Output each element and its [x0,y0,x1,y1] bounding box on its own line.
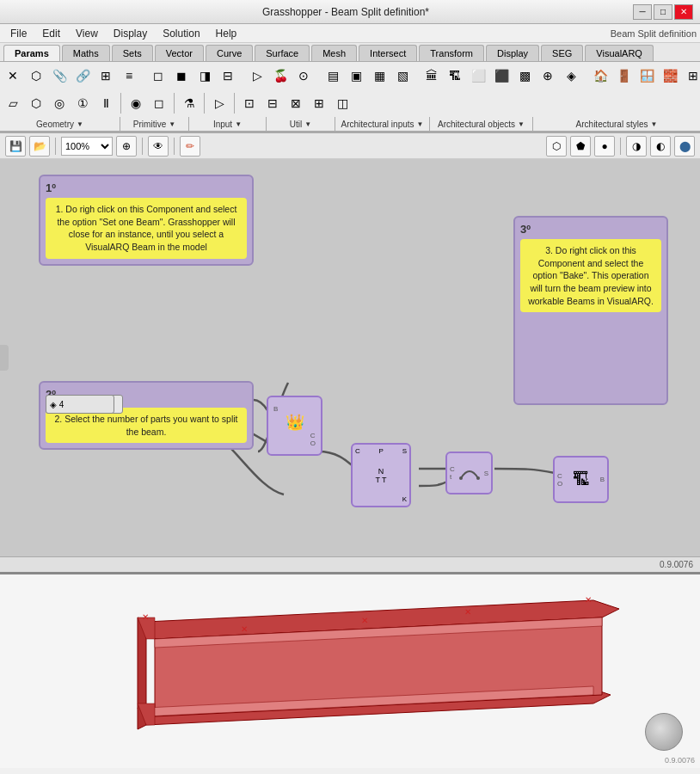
tb-btn-7[interactable]: ◻ [147,64,169,87]
tab-transform[interactable]: Transform [419,45,484,61]
tab-sets[interactable]: Sets [112,45,153,61]
tb2-5[interactable]: Ⅱ [95,92,117,114]
close-button[interactable]: ✕ [674,4,693,20]
marker-left: ✕ [142,612,149,622]
shading-btn-2[interactable]: ◐ [650,136,671,157]
segments-value[interactable]: ◈ 4 [46,395,114,414]
section-arch-inputs: Architectural inputs ▼ [335,117,430,131]
tb-btn-11[interactable]: ▷ [246,64,268,87]
tb-arch-o-4[interactable]: 🧱 [659,64,681,87]
tb2-6[interactable]: ◉ [125,92,147,114]
tb-arch-i-7[interactable]: ◈ [560,64,582,87]
toolbar-input-group: ▷ 🍒 ⊙ [246,64,315,87]
zoom-select[interactable]: 100% 50% 75% 150% 200% [61,137,113,156]
view-toggle-button[interactable]: 👁 [148,136,169,157]
tb2-13[interactable]: ⊞ [308,92,330,114]
bake-component[interactable]: CO 🏗 B [553,456,609,503]
tb-btn-6[interactable]: ≡ [118,64,140,87]
split-port-s: S [402,447,407,455]
tb2-12[interactable]: ⊠ [285,92,307,114]
tb2-9[interactable]: ▷ [208,92,230,114]
save-button[interactable]: 💾 [5,136,26,157]
tb-arch-o-2[interactable]: 🚪 [612,64,635,87]
tab-surface[interactable]: Surface [255,45,310,61]
toolbar-row2-group: ◻ ◼ ◨ ⊟ [147,64,239,87]
tab-intersect[interactable]: Intersect [359,45,417,61]
nav-cube[interactable] [645,713,683,751]
tb-arch-i-3[interactable]: ⬜ [467,64,489,87]
split-center: N T T [355,467,407,484]
tb2-11[interactable]: ⊟ [261,92,284,114]
tb-arch-i-1[interactable]: 🏛 [421,64,443,87]
tab-vector[interactable]: Vector [155,45,204,61]
tb-btn-17[interactable]: ▧ [391,64,414,87]
tb2-1[interactable]: ▱ [2,92,24,114]
edit-button[interactable]: ✏ [180,136,200,157]
viewport[interactable]: ✕ ✕ ✕ ✕ ✕ 0.9.0076 [0,572,700,768]
menu-edit[interactable]: Edit [35,26,67,41]
toolbar-labels: Geometry ▼ Primitive ▼ Input ▼ Util ▼ Ar… [0,117,700,132]
note-2: 2º Nº segments ◈ 4 2. Select the number … [39,381,254,450]
beam-component[interactable]: B 👑 CO [267,396,322,456]
open-button[interactable]: 📂 [29,136,50,157]
shading-btn-3[interactable]: ⬤ [674,136,695,157]
wire-8 [494,469,555,473]
tb-arch-i-4[interactable]: ⬛ [490,64,513,87]
tb2-3[interactable]: ◎ [48,92,71,114]
tab-seg[interactable]: SEG [541,45,583,61]
tb2-10[interactable]: ⊡ [238,92,261,114]
gh-canvas[interactable]: 1º 1. Do righ click on this Component an… [0,159,700,556]
minimize-button[interactable]: ─ [633,4,652,20]
curve-component[interactable]: Ct S [445,452,493,494]
tb-arch-i-5[interactable]: ▩ [513,64,536,87]
tb-btn-3[interactable]: 📎 [48,64,71,87]
tab-display[interactable]: Display [486,45,539,61]
view-btn-1[interactable]: ⬡ [546,136,567,157]
menu-solution[interactable]: Solution [156,26,206,41]
tb-btn-8[interactable]: ◼ [170,64,193,87]
tab-curve[interactable]: Curve [206,45,253,61]
tb2-14[interactable]: ◫ [331,92,353,114]
tb2-7[interactable]: ◻ [148,92,170,114]
view-btn-2[interactable]: ⬟ [570,136,591,157]
marker-mid3: ✕ [464,607,471,617]
tb-btn-15[interactable]: ▣ [345,64,367,87]
zoom-extents-button[interactable]: ⊕ [116,136,137,157]
tab-visualarq[interactable]: VisualARQ [585,45,654,61]
wire-7 [419,482,447,486]
tab-mesh[interactable]: Mesh [311,45,357,61]
window-title: Grasshopper - Beam Split definition* [58,6,633,18]
tb-btn-9[interactable]: ◨ [193,64,216,87]
tb-arch-o-5[interactable]: ⊞ [682,64,700,87]
tab-maths[interactable]: Maths [62,45,110,61]
tb-btn-13[interactable]: ⊙ [292,64,315,87]
sep9 [204,93,205,114]
menu-file[interactable]: File [3,26,34,41]
tb-btn-16[interactable]: ▦ [368,64,390,87]
left-panel-handle[interactable] [0,345,9,371]
tab-params[interactable]: Params [3,45,60,61]
tb-arch-o-1[interactable]: 🏠 [589,64,611,87]
view-btn-3[interactable]: ● [594,136,615,157]
tb-btn-5[interactable]: ⊞ [95,64,117,87]
tb-btn-12[interactable]: 🍒 [269,64,292,87]
toolbar-row2-prim: ◉ ◻ [125,92,170,114]
tb-btn-1[interactable]: ✕ [2,64,24,87]
menu-help[interactable]: Help [209,26,244,41]
shading-btn-1[interactable]: ◑ [626,136,647,157]
tb-btn-14[interactable]: ▤ [322,64,344,87]
menu-view[interactable]: View [69,26,105,41]
tb-arch-o-3[interactable]: 🪟 [636,64,658,87]
tb-arch-i-6[interactable]: ⊕ [537,64,559,87]
tb2-2[interactable]: ⬡ [25,92,47,114]
split-component[interactable]: C P S N T T K [351,443,411,507]
menu-display[interactable]: Display [107,26,154,41]
tb-arch-i-2[interactable]: 🏗 [444,64,466,87]
tb2-4[interactable]: ① [71,92,94,114]
tb-btn-10[interactable]: ⊟ [217,64,239,87]
tb-btn-2[interactable]: ⬡ [25,64,47,87]
section-arch-styles: Architectural styles ▼ [533,117,700,131]
maximize-button[interactable]: □ [654,4,672,20]
tb2-8[interactable]: ⚗ [178,92,200,114]
tb-btn-4[interactable]: 🔗 [71,64,94,87]
